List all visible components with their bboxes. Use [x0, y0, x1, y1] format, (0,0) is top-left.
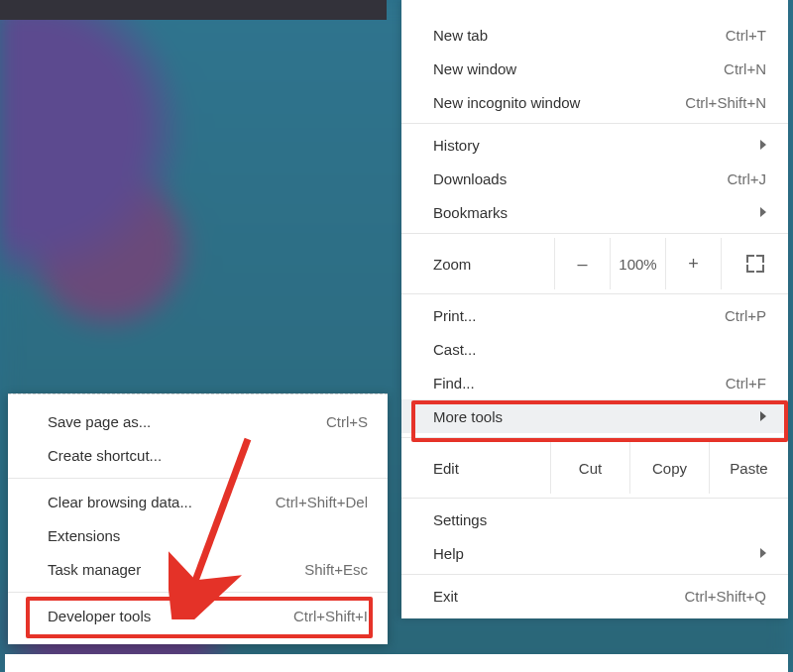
menu-item-clear-browsing-data[interactable]: Clear browsing data... Ctrl+Shift+Del	[8, 485, 388, 518]
shortcut-text: Ctrl+J	[727, 170, 766, 187]
menu-label: New tab	[433, 27, 726, 44]
edit-paste-button[interactable]: Paste	[709, 442, 788, 494]
menu-edit-row: Edit Cut Copy Paste	[401, 442, 788, 494]
edit-copy-button[interactable]: Copy	[629, 442, 709, 494]
menu-label: History	[433, 137, 760, 154]
menu-label: Downloads	[433, 170, 727, 187]
menu-label: Clear browsing data...	[48, 494, 276, 510]
menu-separator	[8, 592, 388, 593]
submenu-arrow-icon	[760, 548, 766, 558]
menu-label: Developer tools	[48, 608, 293, 624]
submenu-arrow-icon	[760, 411, 766, 421]
menu-item-new-tab[interactable]: New tab Ctrl+T	[401, 18, 788, 52]
page-bottom-strip	[5, 654, 788, 672]
menu-label: Print...	[433, 307, 725, 324]
menu-item-history[interactable]: History	[401, 128, 788, 162]
shortcut-text: Ctrl+P	[725, 307, 766, 324]
menu-item-developer-tools[interactable]: Developer tools Ctrl+Shift+I	[8, 599, 388, 632]
menu-label: Cast...	[433, 341, 766, 358]
menu-label: Create shortcut...	[48, 447, 368, 464]
menu-separator	[401, 498, 788, 499]
chrome-main-menu: New tab Ctrl+T New window Ctrl+N New inc…	[401, 0, 788, 618]
browser-tabstrip-fragment	[0, 0, 387, 20]
menu-separator	[401, 437, 788, 438]
menu-separator	[401, 293, 788, 294]
menu-label: Bookmarks	[433, 204, 760, 221]
submenu-arrow-icon	[760, 207, 766, 217]
menu-label: Help	[433, 545, 760, 562]
shortcut-text: Ctrl+T	[726, 27, 766, 44]
menu-label: Extensions	[48, 527, 368, 544]
menu-item-new-incognito[interactable]: New incognito window Ctrl+Shift+N	[401, 85, 788, 119]
shortcut-text: Shift+Esc	[304, 561, 368, 578]
shortcut-text: Ctrl+N	[724, 60, 766, 77]
menu-item-downloads[interactable]: Downloads Ctrl+J	[401, 162, 788, 195]
menu-item-save-page[interactable]: Save page as... Ctrl+S	[8, 404, 388, 438]
edit-label: Edit	[433, 460, 550, 477]
menu-item-help[interactable]: Help	[401, 536, 788, 570]
zoom-in-button[interactable]: +	[665, 238, 721, 289]
shortcut-text: Ctrl+F	[726, 375, 766, 392]
menu-separator	[401, 574, 788, 575]
shortcut-text: Ctrl+Shift+Del	[276, 494, 368, 510]
menu-separator	[401, 123, 788, 124]
menu-label: New window	[433, 60, 724, 77]
fullscreen-button[interactable]	[721, 238, 788, 289]
menu-label: New incognito window	[433, 94, 685, 111]
menu-item-settings[interactable]: Settings	[401, 503, 788, 536]
shortcut-text: Ctrl+S	[326, 413, 368, 430]
more-tools-submenu: Save page as... Ctrl+S Create shortcut..…	[8, 393, 388, 644]
menu-item-print[interactable]: Print... Ctrl+P	[401, 298, 788, 332]
menu-item-bookmarks[interactable]: Bookmarks	[401, 195, 788, 229]
menu-label: Find...	[433, 375, 726, 392]
menu-item-extensions[interactable]: Extensions	[8, 518, 388, 552]
zoom-percent: 100%	[610, 238, 665, 289]
menu-separator	[401, 233, 788, 234]
fullscreen-icon	[746, 255, 764, 273]
zoom-label: Zoom	[433, 256, 554, 273]
submenu-arrow-icon	[760, 140, 766, 150]
edit-cut-button[interactable]: Cut	[550, 442, 629, 494]
menu-separator	[8, 478, 388, 479]
menu-item-more-tools[interactable]: More tools	[401, 399, 788, 433]
menu-label: Exit	[433, 588, 684, 605]
menu-zoom-row: Zoom – 100% +	[401, 238, 788, 289]
shortcut-text: Ctrl+Shift+Q	[684, 588, 766, 605]
menu-item-create-shortcut[interactable]: Create shortcut...	[8, 438, 388, 472]
menu-item-cast[interactable]: Cast...	[401, 332, 788, 366]
menu-label: Settings	[433, 511, 766, 528]
shortcut-text: Ctrl+Shift+N	[685, 94, 766, 111]
menu-item-find[interactable]: Find... Ctrl+F	[401, 366, 788, 399]
zoom-out-button[interactable]: –	[554, 238, 610, 289]
menu-item-new-window[interactable]: New window Ctrl+N	[401, 52, 788, 85]
menu-item-task-manager[interactable]: Task manager Shift+Esc	[8, 552, 388, 586]
menu-label: More tools	[433, 408, 760, 425]
menu-label: Task manager	[48, 561, 304, 578]
shortcut-text: Ctrl+Shift+I	[293, 608, 368, 624]
menu-label: Save page as...	[48, 413, 326, 430]
menu-item-exit[interactable]: Exit Ctrl+Shift+Q	[401, 579, 788, 613]
